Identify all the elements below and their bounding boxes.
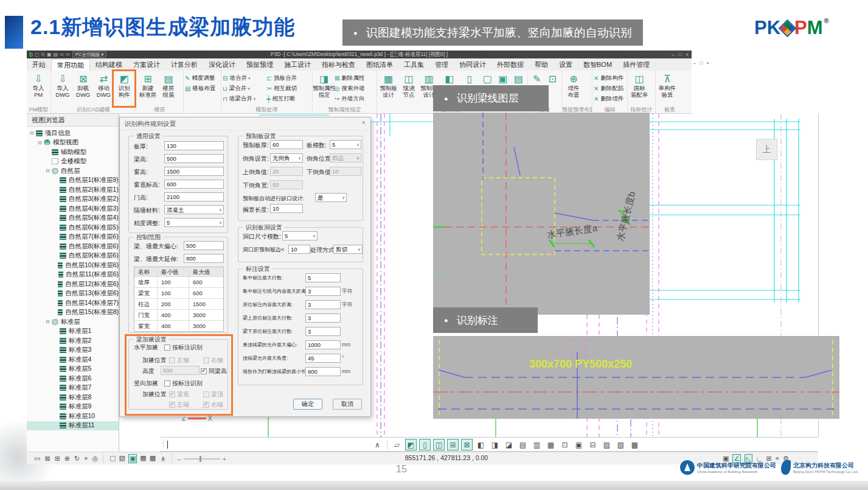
view-tool-icon[interactable]: ◪ — [503, 439, 515, 450]
dialog-title[interactable]: 识别构件规则设置 — [120, 117, 370, 130]
ribbon-small-button[interactable]: ✂相互裁切 — [267, 83, 311, 94]
quick-access-icon[interactable]: ⇦ — [60, 51, 64, 58]
tree-item[interactable]: 辅助模型 — [27, 147, 119, 157]
checkbox-same-as-beam[interactable]: 同梁高 — [201, 367, 227, 376]
ribbon-tab[interactable]: 结构建模 — [90, 59, 128, 71]
quick-access-icon[interactable]: ▢ — [35, 51, 40, 58]
ribbon-tab[interactable]: 帮助 — [529, 59, 554, 71]
mdi-minimize-button[interactable]: – — [693, 60, 696, 66]
checkbox-icon[interactable] — [203, 391, 209, 397]
checkbox-right-end[interactable]: 右端 — [203, 401, 223, 409]
ribbon-button[interactable]: ◫现浇节点 — [398, 71, 418, 106]
tree-expander-icon[interactable]: ⊟ — [46, 168, 52, 173]
ribbon-small-button[interactable]: ┿相互打断 — [267, 94, 311, 104]
tree-item[interactable]: 自然层12(标准层6) — [27, 279, 119, 289]
field-input[interactable]: 800 — [184, 254, 224, 263]
ribbon-tab[interactable]: 管理 — [429, 59, 454, 71]
nav-tool-icon[interactable]: ⊞ — [55, 455, 60, 463]
expand-chevron-icon[interactable]: ≫ — [160, 456, 166, 461]
view-tool-icon[interactable]: ▩ — [629, 439, 641, 450]
zoom-slider-track[interactable] — [184, 458, 220, 460]
tree-item[interactable]: 自然层1(标准层9) — [27, 176, 119, 186]
tree-item[interactable]: ⊟ 自然层 — [27, 166, 119, 176]
view-tool-icon[interactable]: ◫ — [433, 439, 445, 450]
ribbon-button[interactable]: ◫国标装配率 — [629, 71, 650, 106]
hole-module-select[interactable]: 5∨ — [282, 231, 318, 240]
tree-expander-icon[interactable]: ⊟ — [38, 140, 44, 145]
tree-item[interactable]: 自然层15(标准层8) — [27, 308, 119, 318]
tree-item[interactable]: 标准层10 — [27, 411, 119, 421]
field-input[interactable]: 1500 — [164, 167, 224, 176]
field-input[interactable]: 45 — [305, 354, 341, 363]
tree-item[interactable]: 自然层7(标准层6) — [27, 233, 119, 242]
quick-access-icon[interactable]: ▣ — [47, 51, 52, 58]
view-tool-icon[interactable]: ▣ — [573, 439, 585, 450]
ribbon-button[interactable]: ⇄移动DWG — [94, 71, 114, 106]
ribbon-small-button[interactable]: ⊓墙梁合并▾ — [223, 94, 266, 104]
view-cube-icon[interactable]: ▢ — [109, 454, 116, 463]
nav-tool-icon[interactable]: ⊠ — [44, 455, 50, 463]
col-header[interactable]: 名称 — [134, 267, 158, 276]
ribbon-button[interactable]: ▦预制板设计 — [378, 71, 398, 106]
minimize-button[interactable]: – — [672, 51, 674, 58]
tree-item[interactable]: 标准层6 — [27, 374, 119, 383]
checkbox-right-side[interactable]: 右侧 — [203, 356, 223, 365]
table-row[interactable]: 门宽 400 3000 — [134, 309, 223, 320]
table-row[interactable]: 窗宽 400 3000 — [134, 320, 223, 331]
dialog-close-icon[interactable]: × — [362, 119, 366, 126]
view-cube-icon[interactable]: ▧ — [119, 454, 125, 463]
view-tool-icon[interactable]: ▦ — [545, 439, 557, 450]
view-tool-icon[interactable]: ▤ — [517, 439, 529, 450]
field-input[interactable]: 混凝土∨ — [164, 205, 224, 214]
table-row[interactable]: 墙厚 100 600 — [134, 276, 223, 287]
tree-item[interactable]: 自然层9(标准层6) — [27, 251, 119, 261]
ribbon-tab[interactable]: 方案设计 — [128, 59, 165, 71]
view-tool-icon[interactable]: ▨ — [601, 439, 613, 450]
quick-access-icon[interactable]: ⇨ — [66, 51, 70, 58]
nav-tool-icon[interactable]: ↻ — [74, 455, 80, 463]
ribbon-small-button[interactable]: ✎精度调整 — [185, 73, 215, 83]
ribbon-small-button[interactable]: ↪外墙方向 — [335, 94, 365, 104]
field-input[interactable]: 3 — [305, 313, 341, 323]
tree-item[interactable]: 标准层1 — [27, 327, 119, 337]
plate-module-select[interactable]: 5∨ — [330, 140, 361, 149]
ok-button[interactable]: 确定 — [293, 399, 322, 410]
cancel-button[interactable]: 取消 — [333, 399, 362, 410]
mdi-restore-button[interactable]: □ — [700, 60, 703, 66]
tree-item[interactable]: ⊟ 标准层 — [27, 317, 119, 327]
ribbon-button[interactable]: ▤楼层组装 — [158, 71, 179, 106]
chamfer-select[interactable]: 无倒角∨ — [270, 153, 303, 163]
tree-expander-icon[interactable]: ⊟ — [30, 130, 36, 136]
ribbon-button[interactable]: ⇩导入PM — [28, 71, 49, 106]
ribbon-tab[interactable]: 施工设计 — [279, 59, 316, 71]
ribbon-tab[interactable]: 开始 — [27, 59, 51, 71]
ribbon-button[interactable]: ◩识别构件 — [114, 71, 134, 106]
rest-length-input[interactable]: 10 — [270, 204, 303, 213]
nav-tool-icon[interactable]: ⌖ — [84, 455, 88, 463]
tree-item[interactable]: 标准层8 — [27, 393, 119, 402]
close-button[interactable]: × — [686, 51, 689, 58]
zoom-slider-thumb[interactable] — [200, 456, 201, 462]
tree-item[interactable]: 自然层4(标准层3) — [27, 204, 119, 214]
plate-thickness-input[interactable]: 60 — [270, 140, 303, 149]
ribbon-tab[interactable]: 图纸清单 — [361, 59, 398, 71]
zoom-out-icon[interactable]: – — [178, 455, 181, 463]
table-row[interactable]: 柱边 200 1500 — [134, 298, 223, 309]
ribbon-button[interactable]: ⊞新建标准层 — [137, 71, 158, 106]
tree-item[interactable]: ⊟ 模型视图 — [27, 138, 119, 148]
field-input[interactable]: 800 — [305, 367, 341, 376]
ribbon-button[interactable]: ⇩导入DWG — [52, 71, 73, 106]
ribbon-small-button[interactable]: ✕删除配筋 — [594, 83, 623, 94]
tree-expander-icon[interactable]: ⊟ — [46, 319, 52, 324]
mode-select[interactable]: PC全功能版 ▾ — [72, 51, 106, 58]
ribbon-tab[interactable]: 预留预埋 — [241, 59, 279, 71]
ribbon-tab[interactable]: 外部数据 — [491, 59, 529, 71]
field-input[interactable]: 5∨ — [164, 218, 224, 227]
ribbon-small-button[interactable]: ⊔梁合并▾ — [223, 83, 266, 94]
checkbox-icon[interactable] — [164, 380, 170, 387]
view-cube-icon[interactable]: ▣ — [128, 454, 137, 463]
tree-item[interactable]: 标准层9 — [27, 402, 119, 412]
compass-north-button[interactable]: 上 — [756, 139, 777, 160]
tree-item[interactable]: 自然层13(标准层6) — [27, 289, 119, 299]
checkbox-icon[interactable] — [164, 345, 170, 351]
